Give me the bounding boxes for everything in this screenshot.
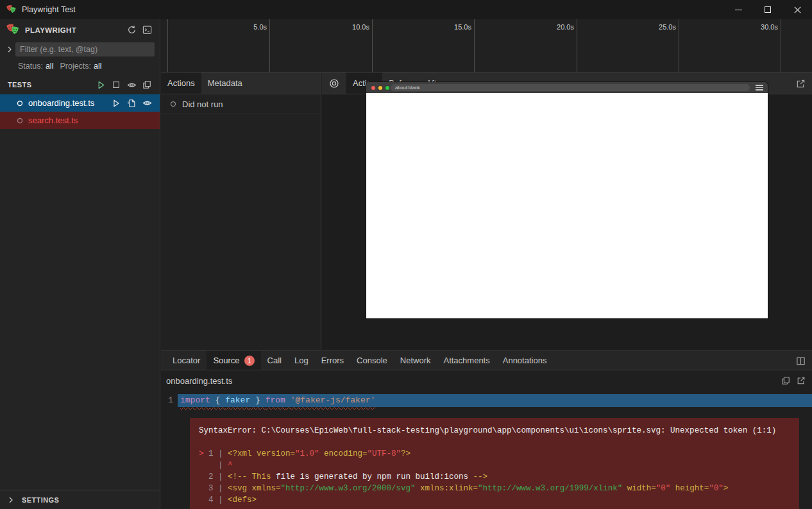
details-tab-strip: Locator Source 1 Call Log Errors Console…	[161, 351, 812, 370]
code-token: }	[250, 395, 265, 405]
expand-chevron-icon[interactable]	[4, 46, 15, 53]
eye-icon	[127, 80, 137, 90]
watch-all-button[interactable]	[124, 78, 139, 92]
code-token: ?>	[401, 449, 410, 458]
watch-test-button[interactable]	[139, 96, 155, 110]
timeline-tick: 30.0s	[746, 23, 778, 31]
timeline-gridline	[577, 19, 577, 72]
code-token: "0"	[656, 484, 671, 493]
test-file-name: onboarding.test.ts	[28, 98, 108, 108]
tab-annotations[interactable]: Annotations	[496, 351, 554, 370]
open-in-editor-button[interactable]	[797, 376, 806, 385]
toggle-layout-button[interactable]	[796, 356, 806, 366]
tab-metadata[interactable]: Metadata	[201, 73, 249, 94]
status-value: all	[46, 62, 54, 71]
timeline-tick: 20.0s	[542, 23, 574, 31]
run-test-button[interactable]	[108, 96, 124, 110]
code-token: <defs>	[228, 496, 257, 505]
playwright-ui-window: Playwright Test PLAYWRIGHT	[0, 0, 812, 509]
actions-pane: Actions Metadata Did not run	[161, 73, 321, 351]
line-number: 1	[161, 394, 178, 407]
tab-attachments[interactable]: Attachments	[437, 351, 496, 370]
open-source-button[interactable]	[124, 96, 139, 110]
did-not-run-label: Did not run	[182, 99, 223, 109]
error-frame-line: 4 | <defs>	[199, 494, 790, 506]
source-line-1: 1 import { faker } from '@faker-js/faker…	[161, 394, 812, 407]
timeline-gridline	[679, 19, 679, 72]
pick-locator-button[interactable]	[322, 73, 346, 94]
playwright-logo-icon	[6, 4, 17, 15]
test-item-onboarding[interactable]: onboarding.test.ts	[0, 94, 160, 112]
code-token: from	[266, 395, 285, 405]
stack-icon	[142, 80, 151, 89]
reload-button[interactable]	[124, 23, 139, 37]
test-status-circle-icon	[17, 100, 23, 107]
play-icon	[112, 99, 121, 108]
timeline-gridline	[167, 19, 168, 72]
close-button[interactable]	[782, 0, 812, 19]
tab-locator[interactable]: Locator	[166, 351, 207, 370]
terminal-button[interactable]	[139, 23, 155, 37]
status-circle-icon	[170, 101, 176, 107]
sidebar-title: PLAYWRIGHT	[25, 26, 124, 34]
test-item-search[interactable]: search.test.ts	[0, 112, 160, 129]
eye-icon	[142, 98, 152, 108]
tab-actions[interactable]: Actions	[161, 73, 201, 94]
sidebar-header: PLAYWRIGHT	[0, 19, 160, 40]
maximize-button[interactable]	[753, 0, 782, 19]
open-snapshot-external-button[interactable]	[796, 79, 806, 89]
error-message: SyntaxError: C:\Courses\EpicWeb\full-sta…	[199, 425, 790, 436]
minimize-button[interactable]	[723, 0, 753, 19]
trace-timeline[interactable]: 5.0s 10.0s 15.0s 20.0s 25.0s 30.0s	[161, 19, 812, 73]
chevron-right-icon	[5, 496, 17, 504]
tab-call[interactable]: Call	[261, 351, 288, 370]
source-viewer: 1 import { faker } from '@faker-js/faker…	[161, 391, 812, 509]
projects-value: all	[94, 62, 102, 71]
error-frame-line: 3 | <svg xmlns="http://www.w3.org/2000/s…	[199, 483, 790, 494]
settings-label: SETTINGS	[22, 496, 59, 504]
tab-network[interactable]: Network	[394, 351, 437, 370]
settings-section[interactable]: SETTINGS	[0, 490, 160, 509]
timeline-tick: 5.0s	[235, 23, 267, 31]
filter-input[interactable]	[15, 42, 155, 56]
action-list-item-did-not-run[interactable]: Did not run	[161, 94, 321, 114]
minimize-icon	[735, 10, 742, 10]
copy-source-button[interactable]	[781, 376, 790, 385]
timeline-tick: 25.0s	[644, 23, 676, 31]
filter-row	[0, 40, 160, 58]
maximize-icon	[765, 6, 771, 13]
code-token: "http://www.w3.org/2000/svg"	[281, 484, 416, 493]
code-token: encoding=	[319, 449, 368, 458]
code-token: {	[210, 395, 225, 405]
code-token: <?xml version=	[228, 449, 295, 458]
test-file-name: search.test.ts	[28, 116, 155, 125]
collapse-all-button[interactable]	[139, 78, 155, 92]
traffic-light-green-icon	[385, 86, 389, 90]
code-token: -->	[473, 472, 488, 481]
snapshot-page-body[interactable]	[366, 93, 768, 318]
error-frame-line: > 1 | <?xml version="1.0" encoding="UTF-…	[199, 448, 790, 460]
timeline-gridline	[269, 19, 270, 72]
browser-address-bar: about:blank	[391, 84, 750, 91]
stop-button[interactable]	[108, 78, 124, 92]
error-frame-line: 2 | <!-- This file is generated by npm r…	[199, 471, 790, 483]
actions-pane-tabs: Actions Metadata	[161, 73, 321, 94]
tab-errors[interactable]: Errors	[315, 351, 350, 370]
tab-log[interactable]: Log	[288, 351, 315, 370]
tab-source-label: Source	[213, 356, 239, 365]
code-token: "1.0"	[295, 449, 319, 458]
file-icon	[127, 99, 136, 108]
code-token: ^	[228, 461, 233, 470]
code-token: xmlns:xlink=	[416, 484, 478, 493]
source-code-highlighted-line: import { faker } from '@faker-js/faker'	[178, 394, 812, 407]
traffic-lights	[371, 86, 389, 90]
run-all-button[interactable]	[93, 78, 108, 92]
code-token: <svg xmlns=	[228, 484, 281, 493]
tab-source[interactable]: Source 1	[207, 351, 260, 370]
code-token: faker	[225, 395, 250, 405]
window-controls	[723, 0, 812, 19]
tab-console[interactable]: Console	[350, 351, 394, 370]
status-line: Status: all Projects: all	[0, 58, 160, 74]
stop-icon	[112, 80, 121, 89]
playwright-masks-icon	[6, 23, 20, 37]
